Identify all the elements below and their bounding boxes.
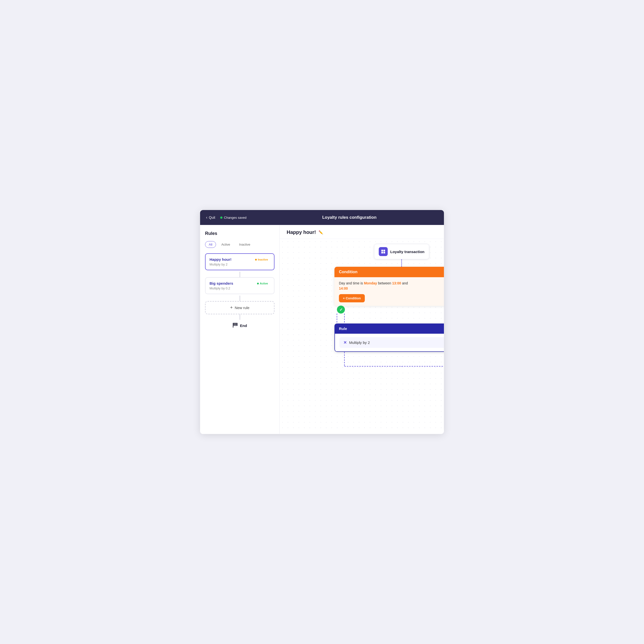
- condition-text: Day and time is Monday between 13:00 and…: [339, 281, 444, 291]
- header-title: Loyalty rules configuration: [261, 215, 438, 220]
- header-left: ‹ Quit Changes saved: [206, 215, 261, 220]
- app-container: ‹ Quit Changes saved Loyalty rules confi…: [200, 210, 444, 434]
- loyalty-label: Loyalty transaction: [390, 250, 425, 254]
- end-node: ⛿ End: [205, 320, 274, 331]
- rule-card-name: Happy hour!: [210, 257, 231, 262]
- canvas-header: Happy hour! ✏️: [280, 225, 444, 239]
- active-dot-icon: [257, 283, 259, 284]
- rule-card-sub-2: Multiply by 0.2: [210, 286, 270, 290]
- condition-header-label: Condition: [339, 270, 358, 274]
- rule-card-header: Happy hour! Inactive: [210, 257, 270, 262]
- header: ‹ Quit Changes saved Loyalty rules confi…: [200, 210, 444, 225]
- rule-card-header-2: Big spenders Active: [210, 281, 270, 285]
- saved-dot-icon: [220, 216, 222, 219]
- canvas-body: Loyalty transaction Condition: [280, 239, 444, 433]
- filter-tab-all[interactable]: All: [205, 241, 216, 248]
- time-start: 13:00: [392, 281, 401, 285]
- between-label: between: [378, 281, 392, 285]
- new-rule-label: New rule: [235, 306, 249, 310]
- quit-button[interactable]: ‹ Quit: [206, 215, 215, 220]
- rule-card-sub: Multiply by 2: [210, 263, 270, 266]
- connector-line: [240, 272, 240, 277]
- and-label: and: [402, 281, 408, 285]
- sidebar: Rules All Active Inactive Happy hour! In…: [200, 225, 280, 434]
- multiply-row: ✕ Multiply by 2: [339, 337, 444, 348]
- day-value: Monday: [364, 281, 377, 285]
- rule-block-body: ✕ Multiply by 2: [334, 334, 444, 352]
- by-value: by 2: [363, 340, 370, 345]
- is-label: is: [360, 281, 364, 285]
- svg-rect-0: [381, 250, 383, 252]
- end-label: End: [240, 323, 247, 328]
- connector-line-2: [240, 296, 240, 301]
- filter-tab-active[interactable]: Active: [217, 241, 234, 248]
- rule-card-happy-hour[interactable]: Happy hour! Inactive Multiply by 2: [205, 253, 274, 270]
- add-condition-button[interactable]: + Condition: [339, 294, 365, 302]
- connector-3: [205, 314, 274, 320]
- branch-true-circle: ✓: [337, 306, 345, 314]
- quit-label: Quit: [209, 215, 215, 219]
- changes-saved-label: Changes saved: [224, 216, 246, 219]
- main-layout: Rules All Active Inactive Happy hour! In…: [200, 225, 444, 434]
- multiply-label: Multiply: [349, 340, 362, 345]
- changes-saved-indicator: Changes saved: [220, 216, 246, 219]
- rule-block-header: Rule: [334, 323, 444, 334]
- svg-rect-1: [383, 250, 385, 252]
- connector-line-3: [240, 314, 240, 320]
- svg-rect-3: [383, 252, 385, 254]
- filter-tab-inactive[interactable]: Inactive: [235, 241, 254, 248]
- inactive-dot-icon: [255, 259, 257, 261]
- connector-2: [205, 296, 274, 301]
- loyalty-icon: [379, 247, 388, 256]
- filter-tabs: All Active Inactive: [205, 241, 274, 248]
- plus-icon: +: [230, 305, 233, 310]
- x-icon: ✕: [343, 340, 347, 345]
- connector-1: [205, 272, 274, 277]
- condition-block: Condition Day and time is Monday between…: [334, 267, 444, 306]
- chess-icon: ⛿: [232, 322, 238, 329]
- rule-card-name-2: Big spenders: [210, 281, 233, 285]
- status-badge-inactive: Inactive: [253, 258, 270, 262]
- new-rule-button[interactable]: + New rule: [205, 301, 274, 314]
- canvas: Happy hour! ✏️: [280, 225, 444, 434]
- status-badge-active: Active: [255, 281, 270, 285]
- canvas-title: Happy hour!: [287, 229, 316, 235]
- rule-card-big-spenders[interactable]: Big spenders Active Multiply by 0.2: [205, 277, 274, 294]
- rule-block-header-label: Rule: [339, 326, 347, 331]
- condition-header: Condition: [334, 267, 444, 277]
- time-end: 14:00: [339, 286, 348, 290]
- flow-diagram: Loyalty transaction Condition: [324, 244, 444, 367]
- edit-icon[interactable]: ✏️: [319, 230, 323, 235]
- svg-rect-2: [381, 252, 383, 254]
- day-time-label: Day and time: [339, 281, 359, 285]
- multiply-text: Multiply by 2: [349, 340, 370, 345]
- chevron-left-icon: ‹: [206, 215, 207, 220]
- loyalty-transaction-node[interactable]: Loyalty transaction: [374, 244, 429, 259]
- rule-block: Rule ✕ Multiply by 2: [334, 323, 444, 352]
- condition-body: Day and time is Monday between 13:00 and…: [334, 277, 444, 306]
- add-condition-label: + Condition: [343, 296, 361, 300]
- sidebar-title: Rules: [205, 231, 274, 236]
